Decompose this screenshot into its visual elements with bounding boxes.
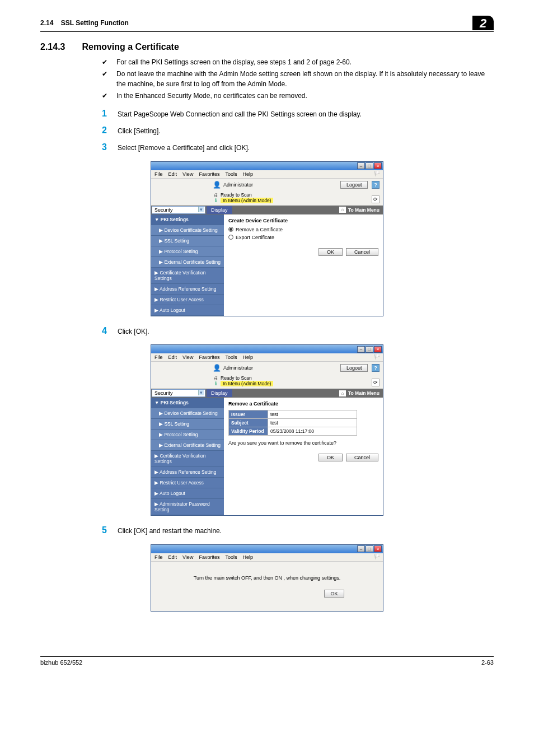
sidebar-item-pki[interactable]: PKI Settings: [151, 398, 224, 408]
close-icon[interactable]: ×: [374, 162, 382, 169]
maximize-icon[interactable]: □: [366, 545, 373, 552]
validity-header: Validity Period: [229, 427, 268, 436]
menu-favorites[interactable]: Favorites: [199, 554, 219, 560]
admin-label: Administrator: [223, 365, 253, 371]
sidebar-item-device-cert[interactable]: Device Certificate Setting: [151, 225, 224, 236]
category-select[interactable]: Security: [152, 206, 205, 214]
to-main-menu-link[interactable]: ⌂ To Main Menu: [336, 389, 383, 398]
bullet-text: Do not leave the machine with the Admin …: [116, 69, 494, 89]
close-icon[interactable]: ×: [374, 346, 382, 353]
issuer-header: Issuer: [229, 410, 268, 419]
screenshot-create-cert: – □ × File Edit View Favorites Tools Hel…: [151, 161, 383, 316]
ok-button[interactable]: OK: [318, 454, 343, 461]
sidebar-nav: PKI Settings Device Certificate Setting …: [151, 214, 224, 316]
step-text: Click [OK].: [118, 327, 149, 337]
menu-file[interactable]: File: [154, 171, 163, 177]
step-number: 1: [102, 109, 118, 118]
subject-value: test: [268, 419, 357, 427]
step-text: Click [Setting].: [118, 127, 161, 136]
display-button[interactable]: Display: [207, 206, 232, 214]
bullet-text: In the Enhanced Security Mode, no certif…: [116, 91, 307, 101]
sidebar-item-address-ref[interactable]: Address Reference Setting: [151, 284, 224, 295]
admin-user-icon: 👤: [213, 364, 221, 372]
sidebar-item-protocol[interactable]: Protocol Setting: [151, 430, 224, 440]
menu-view[interactable]: View: [182, 354, 193, 360]
sidebar-item-ssl[interactable]: SSL Setting: [151, 419, 224, 430]
sidebar-item-ssl[interactable]: SSL Setting: [151, 236, 224, 246]
printer-icon: 🖨: [213, 192, 218, 198]
sidebar-item-restrict[interactable]: Restrict User Access: [151, 295, 224, 305]
prereq-list: ✔For call the PKI Settings screen on the…: [102, 58, 494, 101]
check-icon: ✔: [102, 69, 116, 89]
menu-file[interactable]: File: [154, 554, 163, 560]
menu-edit[interactable]: Edit: [168, 354, 177, 360]
maximize-icon[interactable]: □: [366, 162, 373, 169]
menu-tools[interactable]: Tools: [225, 354, 237, 360]
to-main-menu-link[interactable]: ⌂ To Main Menu: [336, 206, 383, 214]
status-inmenu: In Menu (Admin Mode): [221, 381, 273, 386]
minimize-icon[interactable]: –: [357, 545, 365, 552]
menu-tools[interactable]: Tools: [225, 554, 237, 560]
menu-edit[interactable]: Edit: [168, 554, 177, 560]
refresh-icon[interactable]: ⟳: [372, 195, 380, 203]
cancel-button[interactable]: Cancel: [346, 454, 378, 461]
window-titlebar: – □ ×: [151, 162, 383, 170]
menu-favorites[interactable]: Favorites: [199, 171, 219, 177]
ie-flag-icon: 🏳️: [374, 354, 381, 361]
info-icon: ℹ: [213, 381, 218, 386]
sidebar-item-auto-logout[interactable]: Auto Logout: [151, 488, 224, 499]
step-number: 4: [102, 326, 118, 335]
sidebar-item-cert-verify[interactable]: Certificate Verification Settings: [151, 451, 224, 467]
radio-export-cert[interactable]: [228, 235, 233, 240]
sidebar-item-address-ref[interactable]: Address Reference Setting: [151, 467, 224, 478]
logout-button[interactable]: Logout: [340, 181, 368, 189]
category-select[interactable]: Security: [152, 389, 205, 397]
sidebar-item-pki[interactable]: PKI Settings: [151, 214, 224, 225]
window-titlebar: – □ ×: [151, 545, 383, 553]
validity-value: 05/23/2008 11:17:00: [268, 427, 357, 436]
close-icon[interactable]: ×: [374, 545, 382, 552]
refresh-icon[interactable]: ⟳: [372, 379, 380, 386]
ok-button[interactable]: OK: [318, 248, 343, 256]
ok-button[interactable]: OK: [324, 590, 344, 598]
menu-file[interactable]: File: [154, 354, 163, 360]
menu-tools[interactable]: Tools: [225, 171, 237, 177]
sidebar-item-admin-password[interactable]: Administrator Password Setting: [151, 499, 224, 515]
step-number: 2: [102, 126, 118, 135]
minimize-icon[interactable]: –: [357, 346, 365, 353]
sidebar-item-protocol[interactable]: Protocol Setting: [151, 246, 224, 257]
menu-help[interactable]: Help: [242, 171, 253, 177]
header-section: 2.14: [40, 19, 53, 27]
menu-help[interactable]: Help: [242, 354, 253, 360]
minimize-icon[interactable]: –: [357, 162, 365, 169]
to-main-label: To Main Menu: [348, 207, 380, 213]
cancel-button[interactable]: Cancel: [346, 248, 378, 256]
printer-icon: 🖨: [213, 375, 218, 381]
sidebar-item-restrict[interactable]: Restrict User Access: [151, 478, 224, 488]
browser-menubar: File Edit View Favorites Tools Help 🏳️: [151, 170, 383, 179]
confirm-text: Are you sure you want to remove the cert…: [228, 440, 378, 446]
sidebar-item-auto-logout[interactable]: Auto Logout: [151, 305, 224, 316]
menu-help[interactable]: Help: [242, 554, 253, 560]
radio-remove-cert[interactable]: [228, 227, 233, 232]
menu-edit[interactable]: Edit: [168, 171, 177, 177]
section-number: 2.14.3: [40, 42, 79, 52]
bullet-text: For call the PKI Settings screen on the …: [116, 58, 352, 67]
menu-view[interactable]: View: [182, 171, 193, 177]
menu-favorites[interactable]: Favorites: [199, 354, 219, 360]
display-button[interactable]: Display: [207, 389, 232, 397]
sidebar-item-external-cert[interactable]: External Certificate Setting: [151, 257, 224, 268]
sidebar-item-cert-verify[interactable]: Certificate Verification Settings: [151, 268, 224, 284]
sidebar-item-device-cert[interactable]: Device Certificate Setting: [151, 408, 224, 419]
issuer-value: test: [268, 410, 357, 419]
menu-view[interactable]: View: [182, 554, 193, 560]
browser-menubar: File Edit View Favorites Tools Help 🏳️: [151, 353, 383, 362]
maximize-icon[interactable]: □: [366, 346, 373, 353]
logout-button[interactable]: Logout: [340, 364, 368, 372]
status-ready: Ready to Scan: [221, 375, 252, 381]
help-icon[interactable]: ?: [372, 181, 380, 189]
help-icon[interactable]: ?: [372, 364, 380, 372]
screenshot-remove-cert: – □ × File Edit View Favorites Tools Hel…: [151, 344, 383, 516]
sidebar-item-external-cert[interactable]: External Certificate Setting: [151, 440, 224, 451]
restart-message: Turn the main switch OFF, and then ON , …: [162, 575, 372, 581]
